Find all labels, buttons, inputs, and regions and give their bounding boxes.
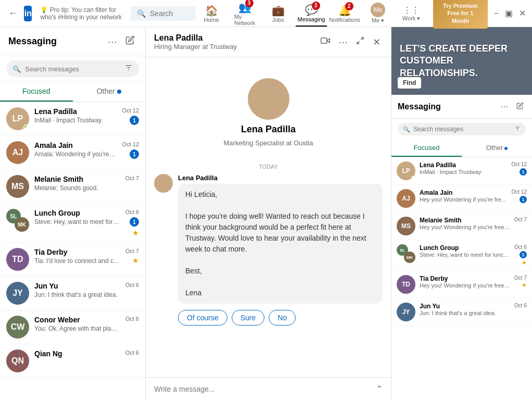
message-date: Oct 7	[125, 175, 139, 181]
more-options-button[interactable]: ⋯	[106, 33, 119, 49]
nav-work[interactable]: ⋮⋮ Work ▾	[396, 2, 427, 25]
avatar: AJ	[397, 189, 415, 208]
mini-tab-focused[interactable]: Focused	[391, 140, 462, 157]
list-item[interactable]: LP Lena Padilla InMail · Impact Trustway…	[391, 157, 532, 185]
minimize-button[interactable]: −	[494, 8, 499, 18]
notifications-badge: 2	[345, 2, 353, 10]
nav-jobs-label: Jobs	[272, 17, 284, 23]
message-content: Lena Padilla InMail · Impact Trustway	[420, 161, 508, 175]
online-indicator	[411, 176, 415, 180]
compose-button[interactable]	[123, 33, 137, 49]
tabs: Focused Other	[0, 82, 145, 102]
list-item[interactable]: MS Melanie Smith Melanie: Sounds good. O…	[0, 170, 145, 204]
search-input[interactable]	[150, 9, 189, 18]
message-name: Melanie Smith	[34, 175, 120, 183]
message-meta: Oct 12 1	[122, 107, 139, 125]
network-icon: 👥3	[238, 1, 251, 14]
nav-notifications-label: Notifications	[329, 17, 360, 23]
message-date: Oct 12	[512, 161, 527, 167]
filter-icon[interactable]	[124, 64, 133, 74]
chat-more-options-button[interactable]: ⋯	[336, 34, 350, 50]
nav-jobs[interactable]: 💼 Jobs	[262, 1, 294, 26]
find-button[interactable]: Find	[398, 77, 421, 89]
message-preview: Hey you! Wondering if you're free for a …	[420, 196, 508, 203]
list-item[interactable]: QN Qian Ng Oct 6	[0, 344, 145, 378]
mini-compose-button[interactable]	[514, 100, 526, 113]
tab-focused-label: Focused	[22, 87, 50, 95]
online-indicator	[23, 124, 29, 130]
quick-reply-sure[interactable]: Sure	[232, 310, 265, 326]
message-preview: Hey you! Wondering if you're free for a …	[420, 224, 510, 230]
list-item[interactable]: LP Lena Padilla InMail · Impact Trustway…	[0, 102, 145, 136]
tab-focused[interactable]: Focused	[0, 82, 73, 102]
message-content: Tia Derby Hey you! Wondering if you're f…	[420, 275, 510, 289]
close-chat-button[interactable]: ✕	[371, 34, 383, 50]
avatar: TD	[6, 248, 29, 271]
list-item[interactable]: JY Jun Yu Jun: I think that's a great id…	[0, 277, 145, 310]
video-call-button[interactable]	[319, 34, 332, 50]
nav-home-label: Home	[204, 17, 219, 23]
quick-reply-no[interactable]: No	[269, 310, 296, 326]
mini-search-input[interactable]	[413, 126, 511, 133]
nav-my-network[interactable]: 👥3 My Network	[229, 0, 260, 29]
topbar: ← in 💡 Pro tip: You can filter for who's…	[0, 0, 532, 27]
message-name: Lena Padilla	[420, 161, 508, 169]
nav-messaging[interactable]: 💬3 Messaging	[296, 1, 327, 27]
mini-tabs: Focused Other	[391, 140, 532, 157]
premium-button[interactable]: Try Premium Free for 1 Month	[433, 0, 488, 29]
message-preview: InMail · Impact Trustway	[34, 117, 117, 124]
mini-tab-other[interactable]: Other	[462, 140, 532, 157]
list-item[interactable]: JY Jun Yu Jun: I think that's a great id…	[391, 298, 532, 326]
contact-card: Lena Padilla Marketing Specialist at Ous…	[211, 66, 326, 159]
svg-line-6	[357, 41, 360, 44]
maximize-button[interactable]: ▣	[505, 8, 513, 18]
mini-more-button[interactable]: ⋯	[499, 100, 510, 113]
group-avatar: SL MK	[397, 244, 415, 263]
bubble-content: Lena Padilla Hi Leticia,I hope you're do…	[178, 174, 383, 326]
mini-chat-button[interactable]	[354, 34, 366, 49]
message-date: Oct 6	[125, 349, 139, 356]
network-badge: 3	[245, 0, 254, 7]
list-item[interactable]: MS Melanie Smith Hey you! Wondering if y…	[391, 213, 532, 240]
chat-contact-subtitle: Hiring Manager at Trustway	[154, 43, 319, 51]
mini-filter-icon[interactable]	[514, 126, 521, 133]
search-icon: 🔍	[12, 65, 21, 73]
list-item[interactable]: TD Tia Derby Hey you! Wondering if you'r…	[391, 271, 532, 298]
expand-input-button[interactable]: ⌃	[376, 384, 383, 394]
message-date: Oct 7	[125, 248, 139, 254]
unread-badge: 1	[130, 217, 139, 227]
avatar: JY	[397, 303, 415, 321]
nav-me[interactable]: Me Me ▾	[362, 0, 394, 27]
list-item[interactable]: AJ Amala Jain Hey you! Wondering if you'…	[391, 185, 532, 213]
close-button[interactable]: ✕	[519, 8, 526, 18]
message-meta: Oct 6	[125, 349, 139, 356]
topbar-left: ← in 💡 Pro tip: You can filter for who's…	[6, 6, 196, 21]
message-content: Conor Weber You: Ok. Agree with that pla…	[34, 316, 120, 332]
list-item[interactable]: CW Conor Weber You: Ok. Agree with that …	[0, 310, 145, 344]
message-date: Oct 12	[122, 107, 139, 114]
nav-notifications[interactable]: 🔔2 Notifications	[329, 1, 360, 26]
message-content: Amala Jain Amala: Wondering if you're fr…	[34, 141, 117, 158]
date-divider: TODAY	[154, 159, 383, 174]
contact-name: Lena Padilla	[241, 124, 296, 135]
nav-work-label: Work ▾	[402, 15, 421, 22]
messages-search-input[interactable]	[25, 65, 120, 73]
quick-reply-of course[interactable]: Of course	[178, 310, 227, 326]
mini-header: Messaging ⋯	[391, 95, 532, 119]
list-item[interactable]: SL MK Lunch Group Steve: Hey, want to me…	[391, 240, 532, 271]
back-button[interactable]: ←	[6, 6, 20, 21]
message-input[interactable]	[154, 385, 372, 393]
message-content: Lunch Group Steve: Hey, want to meet for…	[420, 244, 510, 258]
tab-other[interactable]: Other	[73, 82, 146, 102]
panel-title: Messaging	[8, 36, 57, 47]
message-name: Conor Weber	[34, 316, 120, 324]
list-item[interactable]: SL MK Lunch Group Steve: Hey, want to me…	[0, 204, 145, 243]
search-input-wrap: 🔍	[6, 60, 139, 77]
main-layout: Messaging ⋯ 🔍 Focused Other	[0, 0, 532, 400]
list-item[interactable]: AJ Amala Jain Amala: Wondering if you're…	[0, 136, 145, 170]
list-item[interactable]: TD Tia Derby Tia: I'd love to connect an…	[0, 243, 145, 277]
nav-home[interactable]: 🏠 Home	[196, 1, 227, 26]
message-preview: Melanie: Sounds good.	[34, 184, 120, 192]
search-icon: 🔍	[137, 9, 146, 18]
star-icon: ★	[522, 259, 527, 266]
